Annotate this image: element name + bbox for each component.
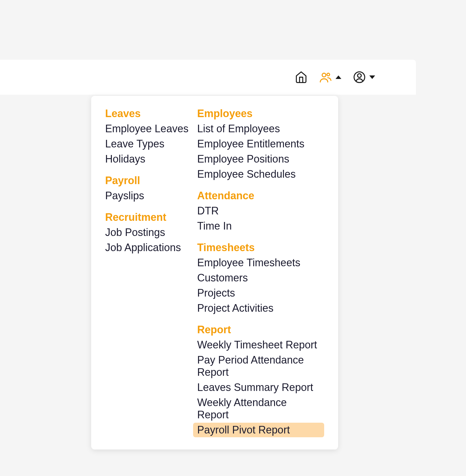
menu-item-employee-leaves[interactable]: Employee Leaves	[105, 121, 197, 136]
menu-section-leaves: Leaves Employee Leaves Leave Types Holid…	[105, 107, 197, 166]
svg-point-3	[358, 74, 361, 77]
menu-header-attendance: Attendance	[197, 190, 324, 202]
menu-header-report: Report	[197, 324, 324, 336]
menu-section-recruitment: Recruitment Job Postings Job Application…	[105, 211, 197, 255]
menu-item-leaves-summary-report[interactable]: Leaves Summary Report	[197, 380, 324, 395]
menu-header-employees: Employees	[197, 107, 324, 120]
people-menu-toggle[interactable]	[319, 71, 341, 84]
menu-item-employee-entitlements[interactable]: Employee Entitlements	[197, 137, 324, 151]
menu-item-payroll-pivot-report[interactable]: Payroll Pivot Report	[193, 423, 324, 437]
menu-column-left: Leaves Employee Leaves Leave Types Holid…	[105, 107, 197, 438]
home-button[interactable]	[295, 71, 308, 84]
menu-item-time-in[interactable]: Time In	[197, 219, 324, 233]
svg-point-1	[327, 73, 330, 76]
caret-down-icon	[369, 75, 375, 79]
menu-section-attendance: Attendance DTR Time In	[197, 190, 324, 233]
menu-section-report: Report Weekly Timesheet Report Pay Perio…	[197, 324, 324, 437]
menu-header-timesheets: Timesheets	[197, 241, 324, 254]
menu-item-weekly-timesheet-report[interactable]: Weekly Timesheet Report	[197, 338, 324, 352]
menu-item-holidays[interactable]: Holidays	[105, 152, 197, 166]
mega-menu: Leaves Employee Leaves Leave Types Holid…	[91, 96, 338, 449]
menu-header-recruitment: Recruitment	[105, 211, 197, 223]
menu-item-payslips[interactable]: Payslips	[105, 188, 197, 203]
profile-menu-toggle[interactable]	[353, 71, 375, 84]
profile-icon	[353, 71, 366, 84]
menu-header-payroll: Payroll	[105, 174, 197, 187]
menu-item-employee-positions[interactable]: Employee Positions	[197, 152, 324, 166]
menu-item-pay-period-attendance-report[interactable]: Pay Period Attendance Report	[197, 353, 324, 380]
menu-item-employee-timesheets[interactable]: Employee Timesheets	[197, 255, 324, 270]
menu-column-right: Employees List of Employees Employee Ent…	[197, 107, 324, 438]
menu-item-job-postings[interactable]: Job Postings	[105, 225, 197, 240]
people-icon	[319, 71, 332, 84]
menu-section-timesheets: Timesheets Employee Timesheets Customers…	[197, 241, 324, 315]
caret-up-icon	[336, 75, 341, 79]
svg-point-0	[322, 73, 326, 77]
menu-item-projects[interactable]: Projects	[197, 286, 324, 300]
menu-item-project-activities[interactable]: Project Activities	[197, 301, 324, 315]
top-bar	[0, 60, 416, 95]
menu-item-weekly-attendance-report[interactable]: Weekly Attendance Report	[197, 395, 324, 422]
menu-item-list-of-employees[interactable]: List of Employees	[197, 121, 324, 136]
menu-item-job-applications[interactable]: Job Applications	[105, 240, 197, 255]
menu-section-employees: Employees List of Employees Employee Ent…	[197, 107, 324, 181]
menu-item-leave-types[interactable]: Leave Types	[105, 137, 197, 151]
menu-header-leaves: Leaves	[105, 107, 197, 120]
menu-item-dtr[interactable]: DTR	[197, 204, 324, 218]
home-icon	[295, 71, 308, 84]
menu-section-payroll: Payroll Payslips	[105, 174, 197, 203]
menu-item-customers[interactable]: Customers	[197, 271, 324, 285]
menu-item-employee-schedules[interactable]: Employee Schedules	[197, 167, 324, 181]
